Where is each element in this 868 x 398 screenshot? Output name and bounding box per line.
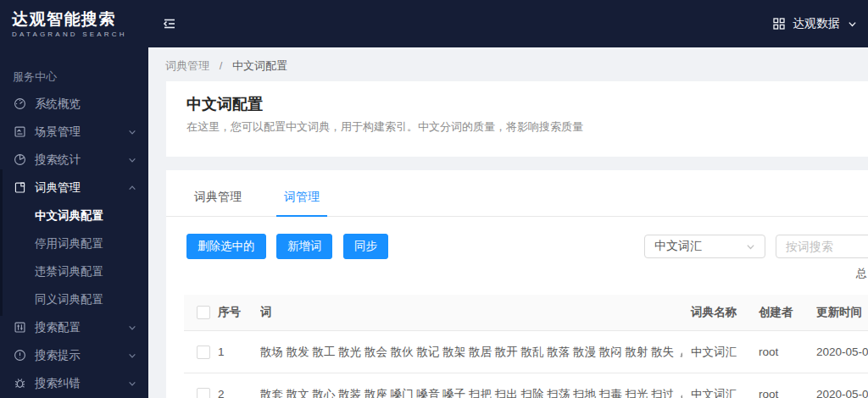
sidebar-accent-strip bbox=[0, 169, 3, 316]
sidebar-item-search-correction[interactable]: 搜索纠错 bbox=[0, 369, 148, 397]
row-checkbox[interactable] bbox=[197, 388, 210, 398]
sync-button[interactable]: 同步 bbox=[343, 234, 388, 259]
dictionary-icon bbox=[13, 181, 26, 194]
sidebar-item-label: 搜索提示 bbox=[35, 348, 81, 363]
toolbar: 删除选中的 新增词 同步 中文词汇 bbox=[186, 234, 868, 259]
cell-updated: 2020-05-06 bbox=[808, 388, 868, 398]
page-header-card: 中文词配置 在这里，您可以配置中文词典，用于构建索引。中文分词的质量，将影响搜索… bbox=[166, 81, 868, 157]
brand-subtitle: DATAGRAND SEARCH bbox=[12, 30, 148, 38]
tab-word-management[interactable]: 词管理 bbox=[276, 170, 327, 216]
chevron-down-icon bbox=[128, 379, 136, 388]
add-word-button[interactable]: 新增词 bbox=[276, 234, 333, 259]
chevron-up-icon bbox=[128, 184, 136, 192]
table-header-row: 序号 词 词典名称 创建者 更新时间 bbox=[184, 295, 868, 331]
app-window: 达观智能搜索 DATAGRAND SEARCH 达观数据 bbox=[0, 0, 868, 398]
delete-selected-button[interactable]: 删除选中的 bbox=[186, 234, 266, 259]
table-row: 2 散套 散文 散心 散装 散座 嗓门 嗓音 嗓子 扫把 扫出 扫除 扫荡 扫地… bbox=[184, 373, 868, 398]
brand-title: 达观智能搜索 bbox=[12, 10, 148, 29]
main-content: 词典管理 / 中文词配置 中文词配置 在这里，您可以配置中文词典，用于构建索引。… bbox=[148, 47, 868, 398]
column-header-dict-name: 词典名称 bbox=[682, 305, 750, 320]
menu-fold-icon[interactable] bbox=[162, 16, 177, 31]
sidebar-item-label: 搜索统计 bbox=[35, 152, 81, 168]
top-header: 达观智能搜索 DATAGRAND SEARCH 达观数据 bbox=[0, 0, 868, 47]
sidebar-subitem-label: 违禁词典配置 bbox=[35, 264, 103, 279]
chevron-down-icon bbox=[128, 351, 136, 360]
sidebar-group-title: 服务中心 bbox=[0, 64, 148, 90]
scene-icon bbox=[13, 125, 26, 138]
cell-creator: root bbox=[750, 345, 808, 358]
workspace-switcher[interactable]: 达观数据 bbox=[773, 16, 868, 31]
sidebar-item-label: 搜索纠错 bbox=[35, 376, 81, 391]
brand-logo: 达观智能搜索 DATAGRAND SEARCH bbox=[0, 0, 148, 47]
sidebar-subitem-synonym-dict-config[interactable]: 同义词典配置 bbox=[0, 285, 148, 313]
sidebar-subitem-label: 同义词典配置 bbox=[35, 292, 103, 307]
page-description: 在这里，您可以配置中文词典，用于构建索引。中文分词的质量，将影响搜索质量 bbox=[186, 120, 868, 134]
column-header-updated: 更新时间 bbox=[808, 305, 868, 320]
page-title: 中文词配置 bbox=[186, 95, 868, 113]
sidebar-subitem-label: 中文词典配置 bbox=[35, 208, 103, 224]
row-checkbox[interactable] bbox=[197, 345, 210, 359]
sliders-icon bbox=[13, 321, 26, 334]
dashboard-icon bbox=[13, 97, 26, 110]
sidebar-item-search-config[interactable]: 搜索配置 bbox=[0, 313, 148, 341]
chevron-down-icon bbox=[848, 19, 857, 29]
cell-creator: root bbox=[750, 388, 808, 398]
column-header-creator: 创建者 bbox=[750, 305, 808, 320]
select-all-checkbox[interactable] bbox=[197, 306, 210, 319]
sidebar-subitem-banned-dict-config[interactable]: 违禁词典配置 bbox=[0, 257, 148, 285]
column-header-index: 序号 bbox=[218, 305, 260, 320]
sidebar-item-label: 搜索配置 bbox=[35, 320, 81, 335]
tab-bar: 词典管理 词管理 bbox=[166, 170, 868, 217]
sidebar-item-search-suggest[interactable]: 搜索提示 bbox=[0, 341, 148, 369]
dictionary-select[interactable]: 中文词汇 bbox=[644, 235, 765, 258]
tab-dictionary-management[interactable]: 词典管理 bbox=[186, 170, 249, 216]
tab-label: 词管理 bbox=[284, 190, 320, 203]
total-count-text: 总 bbox=[856, 266, 867, 281]
cell-words: 散套 散文 散心 散装 散座 嗓门 嗓音 嗓子 扫把 扫出 扫除 扫荡 扫地 扫… bbox=[260, 387, 674, 398]
sidebar-subitem-stopword-dict-config[interactable]: 停用词典配置 bbox=[0, 229, 148, 257]
column-header-word: 词 bbox=[260, 305, 682, 320]
cell-dict-name: 中文词汇 bbox=[682, 345, 750, 360]
sidebar-item-search-statistics[interactable]: 搜索统计 bbox=[0, 146, 148, 174]
chevron-down-icon bbox=[128, 128, 136, 136]
pie-chart-icon bbox=[13, 153, 26, 166]
sidebar-item-label: 系统概览 bbox=[35, 97, 81, 112]
tab-label: 词典管理 bbox=[194, 190, 242, 203]
word-management-card: 词典管理 词管理 删除选中的 新增词 同步 中文词汇 总 bbox=[166, 170, 868, 398]
breadcrumb-item-dictionary-management[interactable]: 词典管理 bbox=[165, 59, 209, 72]
chevron-down-icon bbox=[128, 156, 136, 164]
cell-index: 1 bbox=[218, 345, 260, 358]
sidebar-item-label: 场景管理 bbox=[35, 124, 81, 140]
sidebar-nav: 服务中心 系统概览 bbox=[0, 47, 148, 398]
exclamation-circle-icon bbox=[13, 349, 26, 362]
breadcrumb-separator: / bbox=[220, 59, 223, 72]
cell-updated: 2020-05-06 bbox=[808, 345, 868, 358]
sidebar-item-dictionary-management[interactable]: 词典管理 bbox=[0, 174, 148, 202]
appstore-grid-icon bbox=[773, 18, 785, 30]
workspace-name: 达观数据 bbox=[793, 16, 840, 31]
sidebar-item-scene-management[interactable]: 场景管理 bbox=[0, 118, 148, 146]
sidebar-item-label: 词典管理 bbox=[35, 180, 81, 196]
table-row: 1 散场 散发 散工 散光 散会 散伙 散记 散架 散居 散开 散乱 散落 散漫… bbox=[184, 331, 868, 373]
words-table: 序号 词 词典名称 创建者 更新时间 1 散场 散发 散工 散光 散会 散伙 散… bbox=[184, 295, 868, 398]
dictionary-select-value: 中文词汇 bbox=[654, 239, 702, 254]
sidebar-subitem-chinese-dict-config[interactable]: 中文词典配置 bbox=[0, 202, 148, 229]
cell-words: 散场 散发 散工 散光 散会 散伙 散记 散架 散居 散开 散乱 散落 散漫 散… bbox=[260, 345, 674, 360]
word-search-input[interactable] bbox=[776, 235, 868, 258]
total-row: 总 bbox=[186, 259, 868, 279]
chevron-down-icon bbox=[128, 323, 136, 332]
sidebar-subitem-label: 停用词典配置 bbox=[35, 236, 103, 252]
cell-index: 2 bbox=[218, 388, 260, 398]
cell-dict-name: 中文词汇 bbox=[682, 387, 750, 398]
bug-icon bbox=[13, 377, 26, 390]
sidebar-item-system-overview[interactable]: 系统概览 bbox=[0, 90, 148, 118]
breadcrumb: 词典管理 / 中文词配置 bbox=[148, 47, 868, 81]
chevron-down-icon bbox=[746, 242, 755, 252]
breadcrumb-item-current: 中文词配置 bbox=[232, 59, 287, 72]
